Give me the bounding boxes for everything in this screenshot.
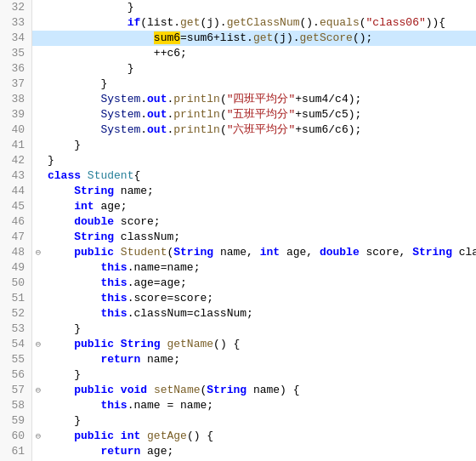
- fold-indicator: [32, 153, 44, 168]
- fold-indicator[interactable]: ⊖: [32, 429, 44, 444]
- table-row: 36 }: [0, 61, 476, 77]
- table-row: 53 }: [0, 322, 476, 337]
- table-row: 38 System.out.println("四班平均分"+sum4/c4);: [0, 92, 476, 107]
- fold-indicator: [32, 199, 44, 214]
- line-number: 32: [0, 0, 32, 15]
- code-content: String classNum;: [44, 230, 476, 245]
- line-number: 51: [0, 291, 32, 306]
- code-content: this.classNum=classNum;: [44, 306, 476, 322]
- code-content: public Student(String name, int age, dou…: [44, 245, 476, 260]
- table-row: 45 int age;: [0, 199, 476, 214]
- table-row: 48⊖ public Student(String name, int age,…: [0, 245, 476, 260]
- code-content: return name;: [44, 352, 476, 367]
- line-number: 34: [0, 31, 32, 46]
- line-number: 45: [0, 199, 32, 214]
- fold-indicator[interactable]: ⊖: [32, 245, 44, 260]
- line-number: 53: [0, 322, 32, 337]
- code-content: return age;: [44, 444, 476, 459]
- code-content: this.name = name;: [44, 398, 476, 413]
- code-lines: 32 }33 if(list.get(j).getClassNum().equa…: [0, 0, 476, 461]
- code-content: }: [44, 367, 476, 383]
- line-number: 43: [0, 168, 32, 184]
- fold-indicator: [32, 291, 44, 306]
- line-number: 49: [0, 260, 32, 276]
- code-content: class Student{: [44, 168, 476, 184]
- line-number: 35: [0, 46, 32, 61]
- line-number: 50: [0, 276, 32, 291]
- code-content: ++c6;: [44, 46, 476, 61]
- table-row: 49 this.name=name;: [0, 260, 476, 276]
- fold-indicator: [32, 352, 44, 367]
- table-row: 42 }: [0, 153, 476, 168]
- code-content: if(list.get(j).getClassNum().equals("cla…: [44, 15, 476, 31]
- line-number: 60: [0, 429, 32, 444]
- line-number: 52: [0, 306, 32, 322]
- code-content: }: [44, 413, 476, 429]
- line-number: 46: [0, 214, 32, 230]
- code-content: }: [44, 322, 476, 337]
- fold-indicator: [32, 46, 44, 61]
- code-content: }: [44, 77, 476, 92]
- line-number: 55: [0, 352, 32, 367]
- table-row: 56 }: [0, 367, 476, 383]
- fold-indicator: [32, 107, 44, 122]
- fold-indicator: [32, 444, 44, 459]
- code-content: }: [44, 138, 476, 153]
- line-number: 48: [0, 245, 32, 260]
- table-row: 50 this.age=age;: [0, 276, 476, 291]
- fold-indicator: [32, 77, 44, 92]
- fold-indicator: [32, 230, 44, 245]
- table-row: 52 this.classNum=classNum;: [0, 306, 476, 322]
- fold-indicator: [32, 61, 44, 77]
- fold-indicator: [32, 0, 44, 15]
- code-content: System.out.println("六班平均分"+sum6/c6);: [44, 122, 476, 138]
- fold-indicator: [32, 92, 44, 107]
- code-content: int age;: [44, 199, 476, 214]
- code-content: sum6=sum6+list.get(j).getScore();: [44, 31, 476, 46]
- fold-indicator: [32, 168, 44, 184]
- line-number: 33: [0, 15, 32, 31]
- table-row: 46 double score;: [0, 214, 476, 230]
- line-number: 44: [0, 184, 32, 199]
- fold-indicator[interactable]: ⊖: [32, 337, 44, 352]
- line-number: 39: [0, 107, 32, 122]
- table-row: 47 String classNum;: [0, 230, 476, 245]
- code-content: this.age=age;: [44, 276, 476, 291]
- fold-indicator: [32, 184, 44, 199]
- fold-indicator: [32, 122, 44, 138]
- fold-indicator: [32, 214, 44, 230]
- line-number: 47: [0, 230, 32, 245]
- table-row: 34 sum6=sum6+list.get(j).getScore();: [0, 31, 476, 46]
- line-number: 41: [0, 138, 32, 153]
- table-row: 33 if(list.get(j).getClassNum().equals("…: [0, 15, 476, 31]
- line-number: 57: [0, 383, 32, 398]
- fold-indicator: [32, 276, 44, 291]
- fold-indicator: [32, 260, 44, 276]
- code-content: String name;: [44, 184, 476, 199]
- code-content: }: [44, 61, 476, 77]
- code-content: }: [44, 0, 476, 15]
- table-row: 44 String name;: [0, 184, 476, 199]
- code-content: this.score=score;: [44, 291, 476, 306]
- line-number: 42: [0, 153, 32, 168]
- fold-indicator[interactable]: ⊖: [32, 383, 44, 398]
- table-row: 35 ++c6;: [0, 46, 476, 61]
- line-number: 54: [0, 337, 32, 352]
- table-row: 39 System.out.println("五班平均分"+sum5/c5);: [0, 107, 476, 122]
- code-content: double score;: [44, 214, 476, 230]
- code-content: public void setName(String name) {: [44, 383, 476, 398]
- table-row: 57⊖ public void setName(String name) {: [0, 383, 476, 398]
- table-row: 40 System.out.println("六班平均分"+sum6/c6);: [0, 122, 476, 138]
- table-row: 58 this.name = name;: [0, 398, 476, 413]
- table-row: 54⊖ public String getName() {: [0, 337, 476, 352]
- fold-indicator: [32, 398, 44, 413]
- table-row: 51 this.score=score;: [0, 291, 476, 306]
- fold-indicator: [32, 31, 44, 46]
- line-number: 61: [0, 444, 32, 459]
- code-content: public String getName() {: [44, 337, 476, 352]
- code-content: this.name=name;: [44, 260, 476, 276]
- fold-indicator: [32, 306, 44, 322]
- line-number: 38: [0, 92, 32, 107]
- table-row: 60⊖ public int getAge() {: [0, 429, 476, 444]
- line-number: 56: [0, 367, 32, 383]
